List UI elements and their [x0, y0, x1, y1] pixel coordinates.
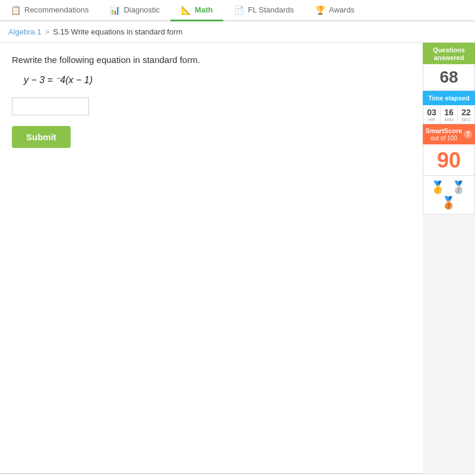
tab-recommendations[interactable]: 📋 Recommendations [0, 0, 99, 21]
smartscore-help-button[interactable]: ? [464, 130, 472, 138]
time-hr-cell: 03 HR [423, 105, 441, 124]
tab-fl-standards[interactable]: 📄 FL Standards [223, 0, 305, 21]
ribbon-2: 🥈 [451, 181, 467, 194]
diagnostic-icon: 📊 [110, 5, 120, 15]
main-layout: Rewrite the following equation in standa… [0, 43, 475, 474]
right-sidebar: Questions answered 68 Time elapsed 03 HR… [423, 43, 475, 474]
time-min-value: 16 [441, 108, 457, 117]
ribbon-1: 🥇 [430, 181, 446, 194]
equation-display: y − 3 = ⁻4(x − 1) [24, 74, 411, 86]
smartscore-sublabel: out of 100 [426, 135, 463, 141]
breadcrumb-parent[interactable]: Algebra 1 [8, 27, 42, 36]
time-elapsed-box: Time elapsed [423, 91, 475, 105]
time-hr-label: HR [423, 117, 440, 122]
ribbon-3: 🥉 [441, 196, 457, 209]
tab-awards-label: Awards [329, 5, 354, 14]
smartscore-label: SmartScore [426, 127, 463, 135]
top-navigation: 📋 Recommendations 📊 Diagnostic 📐 Math 📄 … [0, 0, 475, 21]
content-area: Rewrite the following equation in standa… [0, 43, 423, 474]
time-min-cell: 16 MIN [441, 105, 458, 124]
smartscore-header: SmartScore out of 100 ? [423, 124, 475, 144]
tab-recommendations-label: Recommendations [24, 5, 88, 14]
awards-icon: 🏆 [315, 5, 325, 15]
recommendations-icon: 📋 [11, 5, 21, 15]
time-display: 03 HR 16 MIN 22 SEC [423, 105, 475, 124]
breadcrumb-current: S.15 Write equations in standard form [53, 27, 182, 36]
time-sec-cell: 22 SEC [458, 105, 474, 124]
answer-input[interactable] [12, 97, 89, 115]
tab-diagnostic[interactable]: 📊 Diagnostic [99, 0, 170, 21]
questions-answered-value: 68 [423, 64, 475, 91]
tab-math-label: Math [195, 5, 213, 14]
question-text: Rewrite the following equation in standa… [12, 55, 411, 65]
tab-awards[interactable]: 🏆 Awards [305, 0, 365, 21]
questions-answered-box: Questions answered [423, 43, 475, 64]
breadcrumb-separator: > [45, 27, 50, 36]
fl-standards-icon: 📄 [234, 5, 244, 15]
tab-math[interactable]: 📐 Math [170, 0, 223, 21]
time-hr-value: 03 [423, 108, 440, 117]
time-sec-value: 22 [458, 108, 474, 117]
questions-answered-label: Questions answered [425, 46, 473, 62]
math-icon: 📐 [181, 5, 191, 15]
time-elapsed-label: Time elapsed [425, 94, 473, 102]
tab-fl-standards-label: FL Standards [248, 5, 294, 14]
time-sec-label: SEC [458, 117, 474, 122]
tab-diagnostic-label: Diagnostic [124, 5, 160, 14]
ribbons-display: 🥇 🥈 🥉 [423, 176, 475, 215]
submit-button[interactable]: Submit [12, 126, 71, 148]
smartscore-label-group: SmartScore out of 100 [426, 127, 463, 141]
time-min-label: MIN [441, 117, 457, 122]
breadcrumb: Algebra 1 > S.15 Write equations in stan… [0, 21, 475, 43]
smartscore-value: 90 [423, 144, 475, 176]
